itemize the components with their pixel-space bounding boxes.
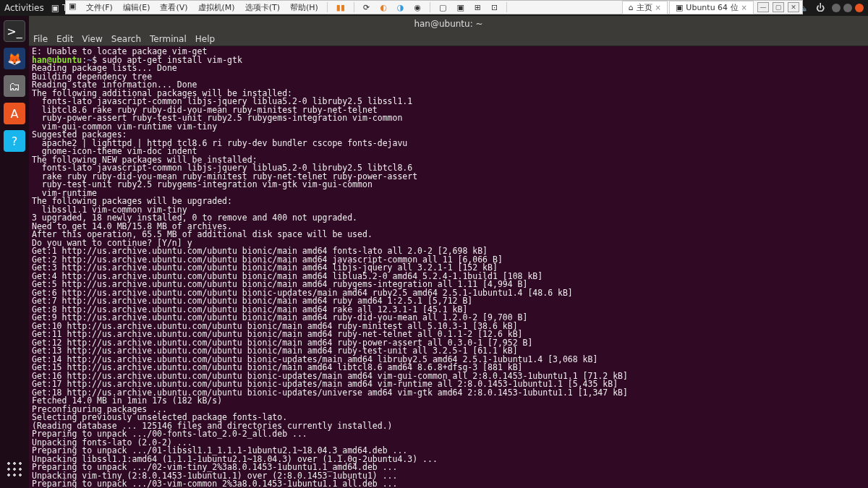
vm-tool-icon[interactable]: ◑ <box>393 3 409 12</box>
terminal-line: ruby-test-unit ruby2.5 rubygems-integrat… <box>32 181 865 189</box>
vm-icon: ▣ <box>676 3 683 12</box>
separator <box>327 2 328 12</box>
terminal-window: han@ubuntu: ~ File Edit View Search Term… <box>29 16 868 488</box>
menu-file[interactable]: File <box>33 34 48 44</box>
vm-menu-vm[interactable]: 虚拟机(M) <box>194 2 239 13</box>
dock-app-terminal[interactable]: >_ <box>4 20 25 42</box>
vm-minimize-button[interactable]: — <box>757 2 769 12</box>
dock-app-software[interactable]: A <box>4 103 25 124</box>
home-icon: ⌂ <box>629 3 634 12</box>
dock-app-help[interactable]: ? <box>4 130 25 152</box>
vm-tool-icon[interactable]: ⊡ <box>487 3 502 12</box>
vm-app-icon: ▣ <box>69 1 80 13</box>
terminal-line: Reading package lists... Done <box>32 64 865 73</box>
vm-tab-ubuntu[interactable]: ▣ Ubuntu 64 位 × <box>669 1 754 14</box>
separator <box>506 2 507 12</box>
terminal-line: vim-gui-common vim-runtime vim-tiny <box>32 123 865 132</box>
dock-app-firefox[interactable]: 🦊 <box>4 48 25 69</box>
vm-menu-edit[interactable]: 编辑(E) <box>119 2 155 13</box>
vm-menu-help[interactable]: 帮助(H) <box>286 2 323 13</box>
vm-tool-icon[interactable]: ⊞ <box>470 3 485 12</box>
menu-view[interactable]: View <box>82 34 102 44</box>
terminal-menubar: File Edit View Search Terminal Help <box>29 32 868 46</box>
maximize-icon[interactable] <box>843 4 852 12</box>
close-icon[interactable]: × <box>741 4 747 12</box>
menu-edit[interactable]: Edit <box>56 34 73 44</box>
activities-button[interactable]: Activities <box>4 3 44 13</box>
minimize-icon[interactable] <box>832 4 841 12</box>
vm-tool-icon[interactable]: ▢ <box>435 3 451 12</box>
host-window-controls <box>832 4 864 12</box>
window-title-bar[interactable]: han@ubuntu: ~ <box>29 16 868 32</box>
vm-tab-label: Ubuntu 64 位 <box>686 2 738 13</box>
menu-help[interactable]: Help <box>195 34 215 44</box>
show-applications-button[interactable] <box>6 461 23 478</box>
vm-menu-tabs[interactable]: 选项卡(T) <box>241 2 284 13</box>
vm-host-toolbar: ▣ 文件(F) 编辑(E) 查看(V) 虚拟机(M) 选项卡(T) 帮助(H) … <box>65 0 803 14</box>
vm-tool-icon[interactable]: ◐ <box>375 3 391 12</box>
terminal-output[interactable]: E: Unable to locate package vim-gethan@u… <box>29 46 868 488</box>
separator <box>430 2 430 12</box>
vm-tool-icon[interactable]: ◉ <box>409 3 425 12</box>
window-title: han@ubuntu: ~ <box>414 19 482 29</box>
vm-close-button[interactable]: ✕ <box>788 2 799 12</box>
menu-terminal[interactable]: Terminal <box>150 34 187 44</box>
menu-search[interactable]: Search <box>111 34 141 44</box>
vm-tool-icon[interactable]: ⟳ <box>359 3 374 12</box>
separator <box>354 2 354 12</box>
vm-tab-label: 主页 <box>637 2 652 13</box>
launcher-dock: >_ 🦊 🗂 A ? <box>0 16 29 488</box>
dock-app-files[interactable]: 🗂 <box>4 75 25 97</box>
vm-pause-icon[interactable]: ▮▮ <box>332 3 349 12</box>
vm-menu-file[interactable]: 文件(F) <box>82 2 117 13</box>
close-icon[interactable] <box>855 4 864 12</box>
vm-tab-home[interactable]: ⌂ 主页 × <box>622 1 668 14</box>
vm-maximize-button[interactable]: ▢ <box>773 2 784 12</box>
close-icon[interactable]: × <box>655 4 661 12</box>
vm-menu-view[interactable]: 查看(V) <box>156 2 192 13</box>
vm-tool-icon[interactable]: ▣ <box>452 3 468 12</box>
power-icon[interactable]: ⏻ <box>816 3 825 13</box>
